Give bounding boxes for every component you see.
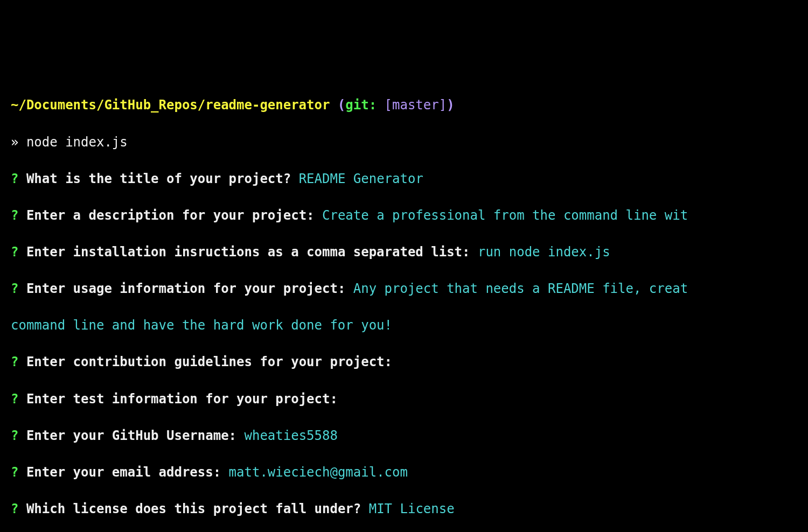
question-prompt: Enter usage information for your project… bbox=[26, 281, 345, 296]
git-branch: [master] bbox=[377, 97, 447, 113]
prompt-path: ~/Documents/GitHub_Repos/readme-generato… bbox=[11, 97, 330, 113]
question-mark-icon: ? bbox=[11, 428, 26, 443]
question-mark-icon: ? bbox=[11, 391, 26, 407]
question-answer: README Generator bbox=[291, 171, 423, 186]
question-prompt: Enter your email address: bbox=[26, 465, 221, 480]
question-prompt: Which license does this project fall und… bbox=[26, 501, 361, 516]
question-mark-icon: ? bbox=[11, 354, 26, 369]
prompt-line-1: ~/Documents/GitHub_Repos/readme-generato… bbox=[11, 96, 797, 114]
question-prompt: Enter contribution guidelines for your p… bbox=[26, 354, 392, 369]
question-answer: MIT License bbox=[361, 501, 454, 516]
command-text: node index.js bbox=[26, 135, 128, 150]
question-mark-icon: ? bbox=[11, 501, 26, 516]
question-line-3: ? Enter installation insructions as a co… bbox=[11, 243, 797, 261]
git-word: git: bbox=[345, 97, 377, 113]
question-line-5: ? Enter contribution guidelines for your… bbox=[11, 353, 797, 371]
question-prompt: What is the title of your project? bbox=[26, 171, 291, 186]
question-line-2: ? Enter a description for your project: … bbox=[11, 206, 797, 225]
git-open: ( bbox=[330, 97, 345, 113]
question-prompt: Enter your GitHub Username: bbox=[26, 428, 236, 443]
question-answer: run node index.js bbox=[470, 244, 610, 260]
command-line-1: » node index.js bbox=[11, 133, 797, 151]
question-line-6: ? Enter test information for your projec… bbox=[11, 390, 797, 408]
question-prompt: Enter a description for your project: bbox=[26, 208, 315, 223]
question-line-7: ? Enter your GitHub Username: wheaties55… bbox=[11, 426, 797, 445]
question-mark-icon: ? bbox=[11, 465, 26, 480]
question-line-4: ? Enter usage information for your proje… bbox=[11, 279, 797, 298]
question-mark-icon: ? bbox=[11, 244, 26, 260]
git-close: ) bbox=[447, 97, 454, 113]
question-prompt: Enter test information for your project: bbox=[26, 391, 338, 407]
question-answer: Create a professional from the command l… bbox=[315, 208, 688, 223]
question-line-8: ? Enter your email address: matt.wieciec… bbox=[11, 463, 797, 481]
question-line-4-cont: command line and have the hard work done… bbox=[11, 316, 797, 334]
prompt-arrow-icon: » bbox=[11, 135, 26, 150]
question-answer: wheaties5588 bbox=[236, 428, 338, 443]
question-line-9: ? Which license does this project fall u… bbox=[11, 500, 797, 518]
terminal-output[interactable]: ~/Documents/GitHub_Repos/readme-generato… bbox=[11, 78, 797, 532]
question-prompt: Enter installation insructions as a comm… bbox=[26, 244, 470, 260]
question-mark-icon: ? bbox=[11, 281, 26, 296]
question-answer: matt.wieciech@gmail.com bbox=[221, 465, 408, 480]
question-answer-continuation: command line and have the hard work done… bbox=[11, 318, 392, 333]
question-answer: Any project that needs a README file, cr… bbox=[345, 281, 688, 296]
question-line-1: ? What is the title of your project? REA… bbox=[11, 170, 797, 188]
question-mark-icon: ? bbox=[11, 208, 26, 223]
question-mark-icon: ? bbox=[11, 171, 26, 186]
